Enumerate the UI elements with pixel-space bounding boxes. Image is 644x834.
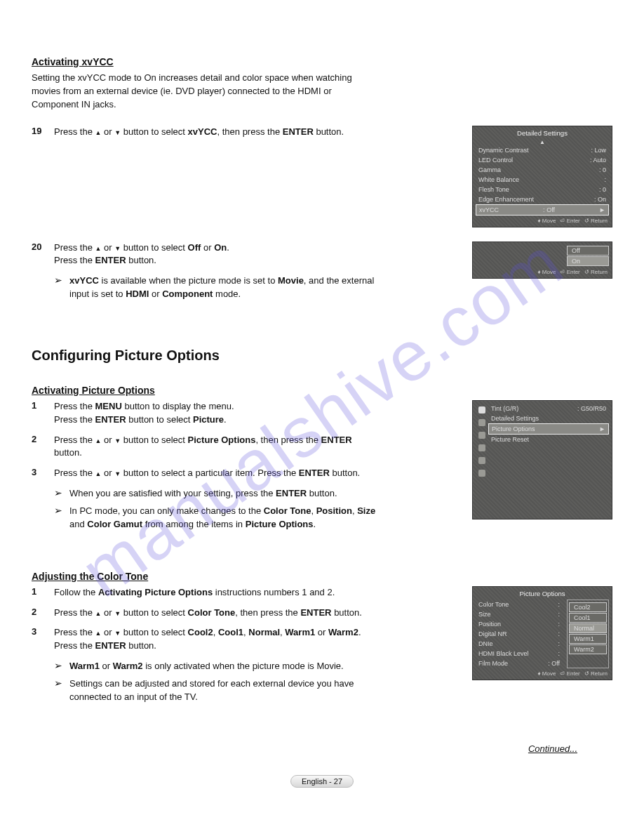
heading-activating-xvycc: Activating xvYCC [32, 56, 612, 67]
t: Press the [54, 607, 95, 618]
osd-row: xvYCCOff► [476, 204, 609, 216]
osd-row: Film ModeOff [476, 658, 563, 668]
osd-row: DNIe [476, 639, 563, 649]
osd-footer: ♦ Move ⏎ Enter ↺ Return [476, 668, 609, 677]
t: button. [307, 488, 337, 498]
osd-row: LED ControlAuto [476, 155, 609, 165]
bold: Warm2 [113, 661, 143, 671]
t: or [201, 242, 214, 253]
step-body: Press the or button to select Color Tone… [54, 607, 382, 620]
move-hint: ♦ Move [538, 218, 556, 224]
move-hint: ♦ Move [538, 670, 556, 677]
t: Press the [54, 627, 95, 637]
t: , then press the [255, 435, 321, 445]
k: Detailed Settings [491, 415, 539, 422]
bold: ENTER [299, 468, 330, 478]
step-1: 1 Press the MENU button to display the m… [32, 400, 382, 427]
t: button. [126, 640, 156, 651]
t: button. [126, 255, 156, 265]
bold: Off [188, 242, 201, 253]
k: Tint (G/R) [491, 405, 518, 412]
down-arrow-icon [114, 627, 121, 637]
osd-option: On [567, 256, 609, 266]
note: ➢ In PC mode, you can only make changes … [54, 505, 382, 531]
v: Off [543, 206, 555, 213]
bold: Warm1 [69, 661, 100, 671]
t: Press the [54, 126, 95, 137]
osd-row: Picture Options► [488, 423, 609, 435]
osd-row: Digital NR [476, 629, 563, 639]
t: , [311, 505, 316, 516]
note-body: xvYCC is available when the picture mode… [69, 274, 382, 301]
bold: Color Tone [188, 607, 236, 618]
osd-row: Tint (G/R) G50/R50 [488, 404, 609, 413]
t: button to select [121, 126, 187, 137]
osd-option: Warm1 [569, 634, 607, 644]
t: . [314, 519, 316, 529]
t: instructions numbers 1 and 2. [213, 587, 335, 597]
note-arrow-icon: ➢ [54, 677, 62, 704]
bold: On [214, 242, 227, 253]
osd-row: Position [476, 619, 563, 629]
t: button. [314, 126, 344, 137]
step-number: 3 [32, 467, 47, 480]
down-arrow-icon [114, 607, 121, 618]
t: . [227, 242, 229, 253]
osd-row: Size [476, 609, 563, 619]
v: 0 [599, 186, 606, 193]
k: xvYCC [479, 206, 499, 213]
bold: Size [357, 505, 375, 516]
t: . [224, 414, 227, 425]
k: Film Mode [478, 660, 508, 667]
v: Auto [590, 157, 606, 164]
bold: Position [316, 505, 352, 516]
step-body: Press the or button to select xvYCC, the… [54, 126, 382, 139]
up-arrow-icon [95, 435, 102, 445]
k: Position [478, 621, 501, 628]
osd-row: White Balance [476, 175, 609, 185]
move-hint: ♦ Move [538, 269, 556, 275]
bold: HDMI [126, 289, 149, 299]
up-arrow-icon [95, 126, 102, 137]
bold: ENTER [95, 414, 126, 425]
t: button to display the menu. [122, 401, 234, 411]
step-2: 2 Press the or button to select Color To… [32, 607, 382, 620]
osd-option: Off [567, 246, 609, 256]
osd-picture-options: Picture Options Color ToneSizePositionDi… [472, 586, 612, 680]
step-number: 1 [32, 400, 47, 427]
osd-row: Picture Reset [488, 435, 609, 444]
v: On [594, 196, 606, 203]
note-arrow-icon: ➢ [54, 660, 62, 673]
step-number: 2 [32, 434, 47, 461]
step-2: 2 Press the or button to select Picture … [32, 434, 382, 461]
v [558, 601, 560, 608]
osd-row: HDMI Black Level [476, 649, 563, 658]
t: Press the [54, 414, 95, 425]
bold: Movie [278, 275, 304, 286]
tab-icon [478, 432, 485, 439]
k: Picture Options [492, 425, 535, 432]
osd-detailed-settings: Detailed Settings ▲ Dynamic ContrastLowL… [472, 126, 612, 227]
bold: Color Gamut [87, 519, 142, 529]
t: button. [330, 468, 360, 478]
bold: xvYCC [188, 126, 217, 137]
down-arrow-icon [114, 435, 121, 445]
t: is available when the picture mode is se… [99, 275, 278, 286]
bold: Activating Picture Options [98, 587, 213, 597]
step-1: 1 Follow the Activating Picture Options … [32, 586, 382, 600]
step-20: 20 Press the or button to select Off or … [32, 241, 382, 268]
bold: ENTER [95, 255, 126, 265]
bold: Warm2 [328, 627, 358, 637]
osd-row: Detailed Settings [488, 413, 609, 423]
bold: Cool2 [188, 627, 213, 637]
k: Gamma [478, 166, 501, 173]
osd-xvycc-options: OffOn ♦ Move ⏎ Enter ↺ Return [472, 241, 612, 279]
t: or [149, 289, 162, 299]
step-3: 3 Press the or button to select Cool2, C… [32, 626, 382, 653]
v [604, 176, 606, 183]
step-19: 19 Press the or button to select xvYCC, … [32, 126, 382, 139]
down-arrow-icon [114, 126, 121, 137]
note-arrow-icon: ➢ [54, 274, 62, 301]
note-arrow-icon: ➢ [54, 487, 62, 501]
t: button. [54, 447, 82, 458]
